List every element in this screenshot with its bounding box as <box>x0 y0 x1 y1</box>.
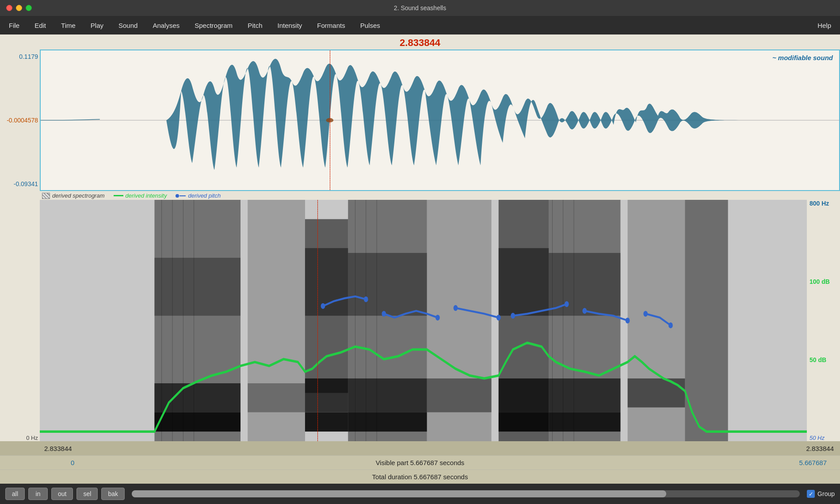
svg-rect-25 <box>549 412 620 431</box>
spec-y-bot: 0 Hz <box>26 435 38 441</box>
spectrogram-svg <box>40 200 807 441</box>
svg-point-50 <box>626 317 630 323</box>
total-duration-row: Total duration 5.667687 seconds <box>0 470 840 484</box>
legend-intensity: derived intensity <box>114 192 167 199</box>
timeline-bar: 2.833844 2.833844 <box>0 441 840 455</box>
scrollbar-thumb[interactable] <box>132 490 666 497</box>
menu-file[interactable]: File <box>2 20 27 31</box>
svg-point-42 <box>364 296 368 302</box>
group-checkbox-area[interactable]: ✓ Group <box>807 490 835 498</box>
legend-pitch-icon <box>176 194 186 198</box>
spectrogram-legend-row: derived spectrogram derived intensity de… <box>0 191 840 200</box>
waveform-y-axis: 0.1179 -0.0004578 -0.09341 <box>0 50 40 191</box>
menu-sound[interactable]: Sound <box>111 20 145 31</box>
info-bars: 0 Visible part 5.667687 seconds 5.667687… <box>0 455 840 484</box>
spec-db-bot: 50 dB <box>809 356 826 363</box>
svg-rect-29 <box>499 248 549 316</box>
svg-point-46 <box>496 315 501 321</box>
sel-button[interactable]: sel <box>76 488 98 500</box>
timeline-right: 2.833844 <box>806 445 834 452</box>
svg-rect-20 <box>628 378 685 408</box>
menu-formants[interactable]: Formants <box>310 20 352 31</box>
spectrogram-body[interactable]: 0 Hz <box>0 200 840 441</box>
svg-point-47 <box>511 313 515 319</box>
svg-rect-15 <box>305 378 348 412</box>
menu-time[interactable]: Time <box>54 20 83 31</box>
menu-intensity[interactable]: Intensity <box>270 20 309 31</box>
all-button[interactable]: all <box>5 488 25 500</box>
svg-rect-22 <box>305 412 348 431</box>
svg-point-44 <box>435 315 440 321</box>
svg-point-52 <box>668 322 673 328</box>
svg-rect-19 <box>549 378 620 412</box>
menubar: File Edit Time Play Sound Analyses Spect… <box>0 16 840 34</box>
maximize-button[interactable] <box>26 5 32 11</box>
spec-y-axis: 0 Hz <box>0 200 40 441</box>
spectrogram-canvas[interactable] <box>40 200 807 441</box>
svg-point-2 <box>326 118 333 122</box>
waveform-svg <box>41 50 839 190</box>
svg-rect-27 <box>305 248 348 316</box>
menu-spectrogram[interactable]: Spectrogram <box>187 20 240 31</box>
svg-rect-18 <box>499 378 549 412</box>
out-button[interactable]: out <box>51 488 73 500</box>
legend-spec-label: derived spectrogram <box>52 192 105 199</box>
legend-pitch-label: derived pitch <box>188 192 221 199</box>
legend-pitch: derived pitch <box>176 192 221 199</box>
window-title: 2. Sound seashells <box>394 4 446 11</box>
waveform-section[interactable]: 0.1179 -0.0004578 -0.09341 ~ modifiable … <box>0 50 840 191</box>
bottom-toolbar: all in out sel bak ✓ Group <box>0 484 840 504</box>
cursor-time-value: 2.833844 <box>400 37 440 48</box>
bak-button[interactable]: bak <box>101 488 125 500</box>
group-checkbox[interactable]: ✓ <box>807 490 815 498</box>
spec-db-top: 100 dB <box>809 278 830 285</box>
svg-rect-28 <box>348 253 427 316</box>
legend-pitch-dot <box>176 194 179 198</box>
start-time: 0 <box>71 459 74 466</box>
svg-point-43 <box>382 311 386 317</box>
svg-rect-13 <box>154 383 241 412</box>
spec-hz-top: 800 Hz <box>809 200 829 207</box>
waveform-y-bot: -0.09341 <box>14 180 38 187</box>
svg-point-45 <box>454 305 458 311</box>
legend-spectrogram: derived spectrogram <box>42 192 105 199</box>
svg-point-41 <box>321 303 325 309</box>
menu-help[interactable]: Help <box>810 20 838 31</box>
main-content: 2.833844 0.1179 -0.0004578 -0.09341 ~ mo… <box>0 34 840 484</box>
close-button[interactable] <box>6 5 12 11</box>
end-time: 5.667687 <box>799 459 827 466</box>
menu-play[interactable]: Play <box>84 20 111 31</box>
svg-rect-24 <box>499 412 549 431</box>
legend-intensity-icon <box>114 195 123 196</box>
menu-analyses[interactable]: Analyses <box>145 20 187 31</box>
waveform-y-top: 0.1179 <box>19 53 38 60</box>
spectrogram-section[interactable]: 0 Hz <box>0 200 840 441</box>
spec-right-axis: 800 Hz 100 dB 50 dB 50 Hz <box>807 200 840 441</box>
in-button[interactable]: in <box>28 488 48 500</box>
svg-rect-23 <box>348 412 427 431</box>
waveform-canvas[interactable]: ~ modifiable sound <box>40 50 840 191</box>
titlebar: 2. Sound seashells <box>0 0 840 16</box>
svg-point-48 <box>565 301 569 307</box>
timeline-left: 2.833844 <box>44 445 72 452</box>
svg-rect-26 <box>154 258 241 316</box>
timeline-inner: 2.833844 2.833844 <box>40 445 838 452</box>
legend-intensity-label: derived intensity <box>126 192 167 199</box>
waveform-type-label: ~ modifiable sound <box>772 54 833 61</box>
svg-rect-12 <box>685 200 728 441</box>
cursor-time-display: 2.833844 <box>0 34 840 50</box>
menu-pulses[interactable]: Pulses <box>353 20 387 31</box>
svg-rect-16 <box>348 378 427 412</box>
svg-point-51 <box>643 311 648 317</box>
scrollbar-track[interactable] <box>132 490 800 497</box>
menu-pitch[interactable]: Pitch <box>241 20 269 31</box>
minimize-button[interactable] <box>16 5 22 11</box>
menu-edit[interactable]: Edit <box>27 20 53 31</box>
spec-hz-bot: 50 Hz <box>809 435 825 441</box>
legend-spec-icon <box>42 193 50 199</box>
visible-part-row: 0 Visible part 5.667687 seconds 5.667687 <box>0 455 840 470</box>
visible-part-text: Visible part 5.667687 seconds <box>376 459 465 466</box>
waveform-y-mid: -0.0004578 <box>7 117 38 124</box>
window-buttons <box>6 5 32 11</box>
group-label-text: Group <box>817 490 835 497</box>
